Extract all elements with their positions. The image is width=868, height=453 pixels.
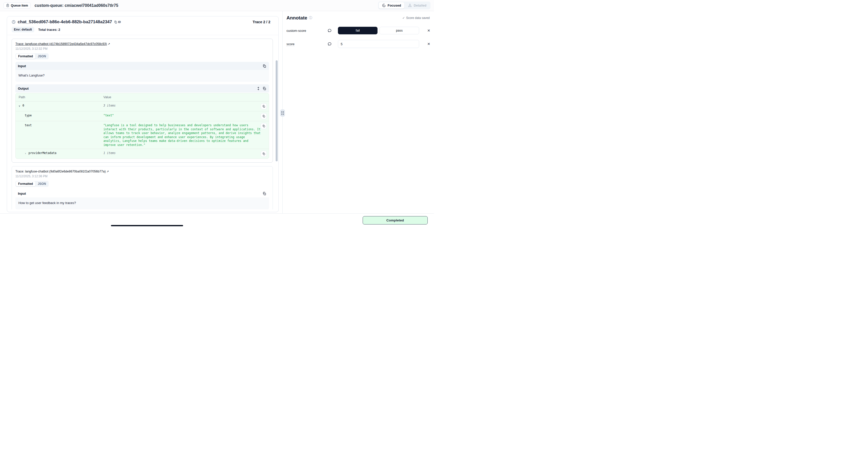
detailed-view-button[interactable]: Detailed <box>405 2 430 8</box>
copy-row-button[interactable] <box>261 113 267 119</box>
table-row: type "text" <box>16 111 269 121</box>
item-header: chat_536ed067-b86e-4eb6-882b-ba27148a234… <box>7 17 278 35</box>
copy-icon <box>262 87 266 90</box>
bottom-edge-bar <box>111 225 183 226</box>
top-bar: Queue item custom-queue: cmiacwel70041ad… <box>0 0 434 11</box>
id-label: ID <box>118 21 121 24</box>
panel-resize-handle[interactable] <box>280 109 285 117</box>
copy-row-button[interactable] <box>261 151 267 157</box>
save-status: ✓ Score data saved <box>402 16 430 20</box>
score-option-fail[interactable]: fail <box>338 27 377 34</box>
queue-item-badge-label: Queue item <box>11 4 28 7</box>
table-row: ∨0 3 items <box>16 102 269 111</box>
focused-view-label: Focused <box>388 3 401 7</box>
input-section-title: Input <box>18 64 26 68</box>
comment-icon[interactable] <box>326 28 333 33</box>
scrollbar-thumb[interactable] <box>276 60 278 161</box>
trace-counter: Trace 2 / 2 <box>253 20 274 24</box>
comment-icon[interactable] <box>326 42 333 47</box>
copy-icon <box>262 124 265 128</box>
input-section-1: Input What's Langfuse? <box>16 62 269 82</box>
unfold-icon <box>256 87 260 90</box>
info-icon[interactable]: ⓘ <box>309 16 312 20</box>
copy-icon <box>262 115 265 118</box>
chevron-right-icon[interactable]: › <box>25 151 27 155</box>
output-section-title: Output <box>18 87 29 90</box>
traces-scroll-area[interactable]: Trace: langfuse-chatbot (d174b1589072e43… <box>7 35 278 209</box>
external-link-icon: ↗ <box>108 43 110 46</box>
output-section-1: Output Path Value ∨0 3 it <box>16 84 269 159</box>
score-option-pass[interactable]: pass <box>379 27 419 34</box>
save-status-label: Score data saved <box>406 16 430 20</box>
copy-icon <box>114 21 117 24</box>
queue-item-badge: Queue item <box>3 2 31 8</box>
grip-icon <box>281 111 284 115</box>
annotate-title: Annotate <box>286 15 307 21</box>
copy-row-button[interactable] <box>261 123 267 129</box>
copy-output-button[interactable] <box>262 86 267 90</box>
table-row: text "Langfuse is a tool designed to hel… <box>16 121 269 149</box>
path-column-header: Path <box>19 95 103 99</box>
input-section-title: Input <box>18 192 26 195</box>
format-toggle-2: Formatted JSON <box>16 181 49 187</box>
table-row: ›providerMetadata 1 items <box>16 149 269 159</box>
trace-card-2: Trace: langfuse-chatbot (9d0a6f2e6de8670… <box>11 166 273 209</box>
chevron-down-icon[interactable]: ∨ <box>19 104 21 108</box>
output-table-1: Path Value ∨0 3 items type "text" <box>16 93 269 159</box>
clipboard-icon <box>6 4 9 7</box>
row-value: "Langfuse is a tool designed to help bus… <box>103 123 261 147</box>
score-label: custom-score <box>286 29 326 33</box>
row-path: type <box>25 114 32 118</box>
trace-timestamp-2: 11/12/2025, 3:12:36 PM <box>16 174 269 178</box>
row-value: 1 items <box>103 151 261 155</box>
trace-link-1[interactable]: Trace: langfuse-chatbot (d174b1589072e43… <box>16 42 110 46</box>
row-value: 3 items <box>103 103 261 108</box>
copy-id-button[interactable]: ID <box>114 21 121 24</box>
copy-icon <box>262 105 265 108</box>
total-traces-label: Total traces: 2 <box>38 28 60 32</box>
format-toggle-1: Formatted JSON <box>16 53 49 59</box>
row-path: providerMetadata <box>29 151 57 155</box>
detailed-view-label: Detailed <box>413 3 427 7</box>
input-content-1: What's Langfuse? <box>16 70 269 82</box>
copy-row-button[interactable] <box>261 103 267 109</box>
copy-input-button[interactable] <box>262 191 267 195</box>
focused-view-icon <box>382 3 386 7</box>
trace-card-1: Trace: langfuse-chatbot (d174b1589072e43… <box>11 39 273 163</box>
table-header-row: Path Value <box>16 93 269 102</box>
json-tab[interactable]: JSON <box>36 54 49 59</box>
check-icon: ✓ <box>402 16 405 20</box>
formatted-tab[interactable]: Formatted <box>16 54 35 59</box>
formatted-tab[interactable]: Formatted <box>16 181 35 186</box>
page-title: custom-queue: cmiacwel70041ad060s7tlr75 <box>35 3 118 8</box>
value-column-header: Value <box>103 95 111 99</box>
view-mode-toggle: Focused Detailed <box>378 1 431 9</box>
left-panel-scrollbar[interactable] <box>276 60 278 169</box>
trace-link-2[interactable]: Trace: langfuse-chatbot (9d0a6f2e6de8670… <box>16 170 109 173</box>
queue-item-detail-panel: chat_536ed067-b86e-4eb6-882b-ba27148a234… <box>7 16 279 212</box>
score-row-score: score ✕ <box>286 40 432 48</box>
item-title: chat_536ed067-b86e-4eb6-882b-ba27148a234… <box>18 20 112 25</box>
sitemap-icon <box>408 3 412 7</box>
queue-item-page: Queue item custom-queue: cmiacwel70041ad… <box>0 0 434 227</box>
input-section-2: Input How to get user feedback in my tra… <box>16 189 269 209</box>
score-value-input[interactable] <box>338 40 419 48</box>
score-label: score <box>286 42 326 46</box>
json-tab[interactable]: JSON <box>36 181 49 186</box>
close-icon[interactable]: ✕ <box>426 41 432 47</box>
expand-output-button[interactable] <box>256 86 260 90</box>
focused-view-button[interactable]: Focused <box>379 2 404 8</box>
copy-icon <box>262 192 266 195</box>
completed-button[interactable]: Completed <box>363 216 428 225</box>
close-icon[interactable]: ✕ <box>426 28 432 34</box>
env-badge: Env: default <box>11 27 34 32</box>
input-content-2: How to get user feedback in my traces? <box>16 197 269 209</box>
row-path: 0 <box>23 104 24 108</box>
score-row-custom-score: custom-score fail pass ✕ <box>286 27 432 34</box>
trace-timestamp-1: 11/12/2025, 3:12:32 PM <box>16 47 269 51</box>
row-path: text <box>25 123 32 128</box>
annotate-panel: Annotate ⓘ ✓ Score data saved custom-sco… <box>286 15 432 214</box>
external-link-icon: ↗ <box>106 170 109 173</box>
copy-input-button[interactable] <box>262 64 267 68</box>
copy-icon <box>262 152 265 155</box>
